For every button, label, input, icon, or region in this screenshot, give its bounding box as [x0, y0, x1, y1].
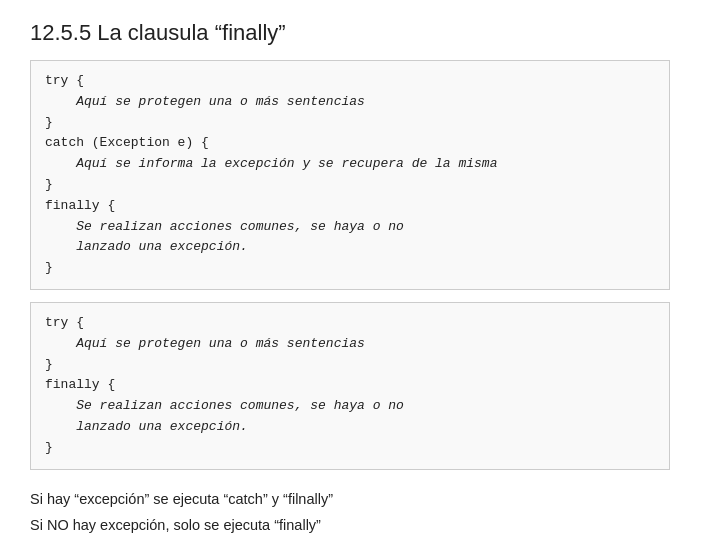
page: 12.5.5 La clausula “finally” try { Aquí …: [0, 0, 720, 540]
code-line: Aquí se protegen una o más sentencias: [45, 92, 655, 113]
code-line: finally {: [45, 375, 655, 396]
code-line: Aquí se informa la excepción y se recupe…: [45, 154, 655, 175]
code-line: lanzado una excepción.: [45, 417, 655, 438]
page-title: 12.5.5 La clausula “finally”: [30, 20, 690, 46]
description-line2: Si NO hay excepción, solo se ejecuta “fi…: [30, 512, 690, 538]
code-line: }: [45, 438, 655, 459]
code-line: Se realizan acciones comunes, se haya o …: [45, 396, 655, 417]
code-line: lanzado una excepción.: [45, 237, 655, 258]
code-line: }: [45, 175, 655, 196]
code-line: }: [45, 355, 655, 376]
code-block-2: try { Aquí se protegen una o más sentenc…: [30, 302, 670, 470]
code-line: try {: [45, 71, 655, 92]
code-line: }: [45, 113, 655, 134]
code-block-1: try { Aquí se protegen una o más sentenc…: [30, 60, 670, 290]
code-line: try {: [45, 313, 655, 334]
code-line: finally {: [45, 196, 655, 217]
code-line: Aquí se protegen una o más sentencias: [45, 334, 655, 355]
description-line1: Si hay “excepción” se ejecuta “catch” y …: [30, 486, 690, 512]
code-line: catch (Exception e) {: [45, 133, 655, 154]
code-line: }: [45, 258, 655, 279]
description: Si hay “excepción” se ejecuta “catch” y …: [30, 486, 690, 538]
code-line: Se realizan acciones comunes, se haya o …: [45, 217, 655, 238]
